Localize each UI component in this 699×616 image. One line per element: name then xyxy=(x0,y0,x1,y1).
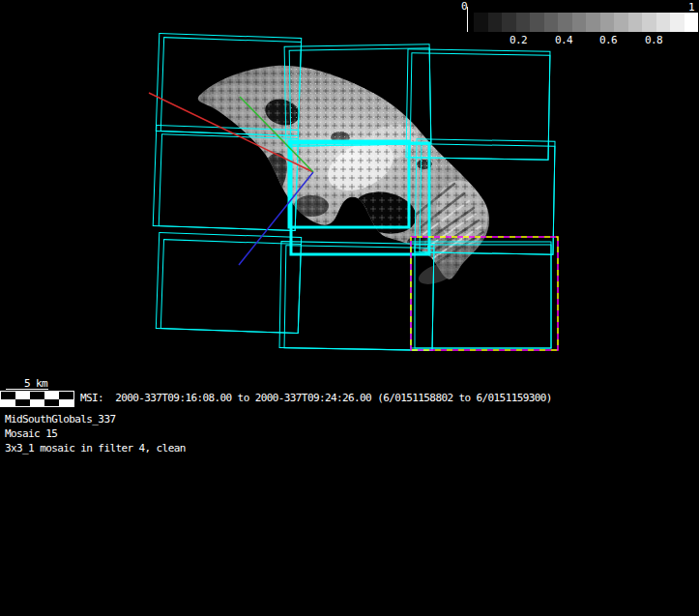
msi-mosaic-viewer: 0 1 0.20.40.60.8 5 km MSI: 2000-337T09:1… xyxy=(0,0,699,616)
colorbar-tick-label: 0.6 xyxy=(599,34,617,46)
colorbar-chip xyxy=(600,13,615,32)
scalebar-underline xyxy=(6,389,48,390)
scalebar-cell xyxy=(59,392,73,399)
scalebar-cell xyxy=(59,399,73,407)
scalebar-cell xyxy=(44,399,59,407)
colorbar-chip xyxy=(572,13,587,32)
mosaic-description: 3x3_1 mosaic in filter 4, clean xyxy=(5,442,186,455)
colorbar-zero-tick xyxy=(467,7,468,32)
scalebar-cell xyxy=(30,399,44,407)
mosaic-3d-view[interactable] xyxy=(0,0,699,616)
sequence-name: MidSouthGlobals_337 xyxy=(5,413,115,425)
colorbar-chip xyxy=(544,13,559,32)
colorbar-chip xyxy=(684,13,699,32)
colorbar-chip xyxy=(474,13,488,32)
colorbar-tick-label: 0.2 xyxy=(510,34,527,46)
colorbar-chip xyxy=(670,13,684,32)
mosaic-number: Mosaic 15 xyxy=(5,427,57,440)
colorbar-chip xyxy=(530,13,544,32)
scalebar-cell xyxy=(1,399,15,407)
colorbar-chip xyxy=(502,13,516,32)
scalebar-cell xyxy=(15,399,30,407)
colorbar-chip xyxy=(558,13,572,32)
colorbar-chip xyxy=(642,13,656,32)
scalebar-cell xyxy=(30,392,44,399)
colorbar-chip xyxy=(628,13,643,32)
colorbar-tick-label: 0.8 xyxy=(645,34,662,46)
msi-time-range: MSI: 2000-337T09:16:08.00 to 2000-337T09… xyxy=(80,392,552,404)
axis-blue-line xyxy=(239,172,313,265)
colorbar-chip xyxy=(586,13,600,32)
colorbar-gradient xyxy=(474,13,698,32)
colorbar-chip xyxy=(656,13,671,32)
scalebar-checkerboard xyxy=(0,391,74,407)
colorbar-chip xyxy=(516,13,531,32)
scalebar-cell xyxy=(1,392,15,399)
colorbar-chip xyxy=(614,13,628,32)
scalebar-cell xyxy=(15,392,30,399)
colorbar-tick-label: 0.4 xyxy=(555,34,572,46)
scalebar-cell xyxy=(44,392,59,399)
colorbar-chip xyxy=(488,13,503,32)
